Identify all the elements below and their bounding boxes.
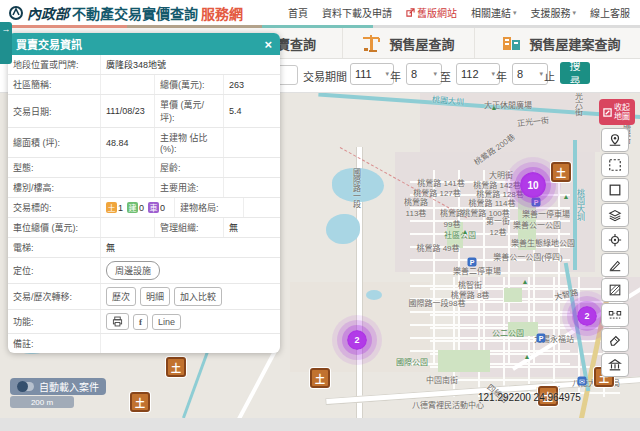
facebook-button[interactable]: f [133,314,148,330]
auto-load-toggle[interactable]: 自動載入案件 [10,378,106,395]
hatch-area-icon [608,283,622,297]
map-label: 桃鶯路 8巷 [451,289,490,300]
close-icon[interactable]: × [264,38,272,51]
map-tool-extent-button[interactable] [601,178,629,202]
year-to-select[interactable]: 112▾ [456,63,500,85]
map-label: 國際公園 [396,356,428,367]
field-value [100,334,280,353]
field-value [100,178,154,197]
map-label: 正光六街 [573,92,584,116]
field-value [100,158,154,177]
map-pond [326,214,360,244]
field-value [223,158,280,177]
site-logo[interactable]: 內政部 不動產交易實價查詢 服務網 [8,3,243,23]
chevron-down-icon: ▾ [385,70,389,78]
collapse-map-button[interactable]: 收起地圖 [599,99,635,125]
logo-ministry: 內政部 [27,3,69,23]
field-label: 交易日期: [8,95,100,127]
map-tool-hatch-area-button[interactable] [601,278,629,302]
map-tool-eraser-button[interactable] [601,328,629,352]
nav-support[interactable]: 支援服務▾ [530,5,576,20]
year-unit-label: 年 [496,68,507,84]
map-tool-measure-distance-button[interactable] [601,303,629,327]
expand-arrow-icon: → [2,24,11,34]
cluster-marker[interactable]: 10 [520,172,546,198]
field-value [223,178,280,197]
cluster-marker[interactable]: 2 [347,330,367,350]
field-label: 屋齡: [154,158,223,177]
gps-locate-icon [608,233,622,247]
detail-button[interactable]: 明細 [140,287,170,306]
map-park [504,288,522,302]
map-tool-draw-button[interactable] [601,253,629,277]
field-value: 無 [100,238,280,257]
field-label: 交易/歷次轉移: [8,284,100,309]
field-label: 車位總價 (萬元): [8,218,100,237]
field-value: 48.84 [100,128,154,157]
chevron-down-icon: ▾ [539,70,543,78]
eraser-icon [608,333,622,347]
area-select-icon [608,158,622,172]
crane-icon [361,33,383,53]
building-icon [501,34,523,52]
tree-icon: ▲ [462,228,469,235]
map-tool-area-select-button[interactable] [601,153,629,177]
to-label: 至 [440,68,451,84]
map-tool-gps-button[interactable] [601,228,629,252]
chevron-down-icon: ▾ [433,70,437,78]
chevron-down-icon: ▾ [572,9,576,17]
field-label: 型態: [8,158,100,177]
map-tool-layers-button[interactable] [601,203,629,227]
tree-icon: ▲ [563,193,570,200]
parking-icon: P [468,258,477,267]
year-from-select[interactable]: 111▾ [350,63,394,85]
map-label: 第一街 12巷 [483,215,513,237]
field-value: 111/08/23 [100,95,154,127]
field-label: 社區簡稱: [8,75,100,94]
field-label: 電梯: [8,238,100,257]
line-share-button[interactable]: Line [152,314,181,330]
modal-header: 買賣交易資訊 × [8,33,280,55]
land-marker[interactable]: 土 [130,392,150,412]
nav-old-site[interactable]: 舊版網站 [406,5,457,20]
year-unit-label: 年 [390,68,401,84]
chevron-down-icon: ▾ [491,70,495,78]
map-label: 桃鶯路 49巷 [416,242,459,253]
history-button[interactable]: 歷次 [106,287,136,306]
chevron-down-icon: ▾ [513,9,517,17]
map-label: 樂善二停車場 [453,265,501,276]
nav-online-service[interactable]: 線上客服 [590,5,630,20]
cursor-coordinates: 121.292200 24.964975 [478,392,581,403]
map-label: 桃園大圳 [575,189,586,221]
field-label: 建物格局: [174,198,243,217]
side-panel-handle[interactable]: → [0,22,12,64]
nav-home[interactable]: 首頁 [288,5,308,20]
transaction-target-badges: 土1 建0 車0 [100,198,174,217]
map-label: 樂善一停車場 [522,208,570,219]
map-label: 國際路一段 [351,168,362,208]
map-tool-locate-pin-button[interactable] [601,128,629,152]
print-button[interactable] [106,313,129,330]
search-button[interactable]: 搜尋 [560,62,590,84]
parking-icon: P [537,334,546,343]
land-marker[interactable]: 土 [166,357,186,377]
tab-presale-query[interactable]: 預售屋查詢 [342,28,475,58]
locate-pin-icon [608,133,622,147]
field-label: 管理組織: [154,218,223,237]
month-to-select[interactable]: 8▾ [512,63,548,85]
land-marker[interactable]: 土 [551,162,571,182]
cluster-marker[interactable]: 2 [577,306,597,326]
map-pond [366,290,382,300]
map-tool-landmark-button[interactable] [601,353,629,377]
nearby-facilities-button[interactable]: 周邊設施 [106,261,160,280]
field-label: 功能: [8,310,100,333]
land-marker[interactable]: 土 [310,368,330,388]
month-from-select[interactable]: 8▾ [406,63,442,85]
tab-presale-project-query[interactable]: 預售屋建案查詢 [486,28,636,58]
nav-related-links[interactable]: 相關連結▾ [471,5,517,20]
field-label: 樓別/樓高: [8,178,100,197]
map-label: 桃鶯路 99巷 [435,207,469,229]
tree-icon: ▲ [524,353,531,360]
add-compare-button[interactable]: 加入比較 [174,287,222,306]
nav-downloads[interactable]: 資料下載及申請 [322,5,392,20]
